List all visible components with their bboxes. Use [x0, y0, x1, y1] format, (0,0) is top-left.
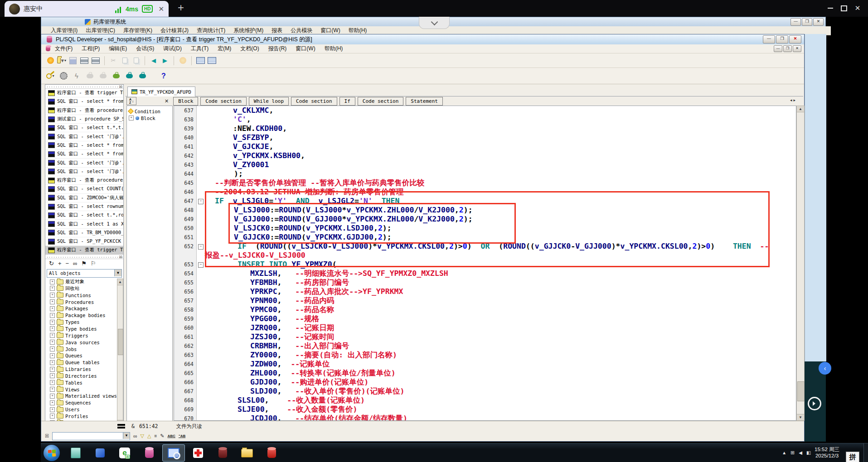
- table-icon[interactable]: [196, 56, 205, 65]
- floating-control-icon[interactable]: [808, 397, 821, 410]
- pot-gray-1[interactable]: [85, 72, 94, 81]
- expand-icon[interactable]: +: [50, 306, 55, 311]
- expand-icon[interactable]: +: [50, 394, 55, 399]
- tree-item[interactable]: +Package bodies: [45, 312, 123, 319]
- window-list-item[interactable]: SQL 窗口 - SP_YF_PCKCCK sele: [45, 237, 123, 246]
- code-line[interactable]: 655YFBMBH, --药房部门编号: [174, 278, 796, 287]
- export-icon[interactable]: [178, 56, 187, 65]
- host-minimize-icon[interactable]: —: [790, 18, 801, 26]
- tree-item[interactable]: +Jobs: [45, 346, 123, 352]
- plsql-menu-item[interactable]: 会话(S): [131, 45, 159, 53]
- expand-icon[interactable]: +: [50, 380, 55, 385]
- plsql-menu-item[interactable]: 工具(T): [186, 45, 213, 53]
- code-line[interactable]: 638'C',: [174, 115, 796, 124]
- help_label[interactable]: ?: [159, 72, 168, 81]
- expand-icon[interactable]: +: [129, 116, 134, 120]
- host-menu-item[interactable]: 出库管理(C): [82, 27, 119, 34]
- expand-icon[interactable]: +: [50, 313, 55, 318]
- host-menu-item[interactable]: 查询统计(T): [193, 27, 229, 34]
- hd-quality-badge[interactable]: HD: [142, 5, 153, 13]
- tree-item[interactable]: +Materialized views: [45, 393, 123, 399]
- code-line[interactable]: 651V_GJJCK0:=ROUND(v_YPCKMX.GJDJ00,2);: [174, 233, 796, 242]
- code-line[interactable]: 644);: [174, 169, 796, 178]
- code-line[interactable]: 658YPMC00, --药品名称: [174, 305, 796, 314]
- window-list-item[interactable]: 程序窗口 - 查看 procedure SF: [45, 176, 123, 185]
- code-line[interactable]: 663ZY0000, --摘要(自动: 出入部门名称): [174, 351, 796, 360]
- scrollbar-thumb[interactable]: [118, 329, 123, 355]
- fold-collapse-icon[interactable]: −: [198, 244, 204, 250]
- plsql-menu-item[interactable]: 编辑(E): [104, 45, 131, 53]
- breadcrumb-node[interactable]: While loop: [249, 97, 289, 106]
- plsql-menu-item[interactable]: 调试(D): [159, 45, 186, 53]
- flag-icon[interactable]: ⚐: [91, 260, 96, 267]
- ime-indicator[interactable]: 拼: [846, 452, 859, 462]
- tray-up-arrow-icon[interactable]: ▲: [782, 450, 786, 455]
- expand-icon[interactable]: +: [50, 367, 55, 372]
- window-list-item[interactable]: 程序窗口 - 查看 trigger TR_: [45, 246, 123, 255]
- window-list-item[interactable]: SQL 窗口 - select '门诊',(se: [45, 132, 123, 141]
- host-menu-item[interactable]: 报表: [267, 27, 286, 34]
- window-list-item[interactable]: SQL 窗口 - select '门诊',(se: [45, 159, 123, 167]
- expand-icon[interactable]: +: [50, 293, 55, 298]
- find-input[interactable]: ▼: [52, 432, 130, 440]
- tree-item[interactable]: +Libraries: [45, 366, 123, 373]
- taskbar-app-folder-app[interactable]: [236, 444, 258, 462]
- code-line[interactable]: 665ZHL000, --转换率(记账单位/剂量单位): [174, 369, 796, 378]
- expand-icon[interactable]: +: [50, 346, 55, 351]
- tree-item[interactable]: +Tables: [45, 379, 123, 386]
- expand-icon[interactable]: +: [50, 353, 55, 358]
- plsql-menu-item[interactable]: 报告(R): [264, 45, 291, 53]
- pot-teal-rollback[interactable]: [138, 72, 147, 81]
- host-menu-item[interactable]: 库存管理(K): [119, 27, 156, 34]
- expand-icon[interactable]: +: [50, 279, 55, 284]
- tree-item[interactable]: +Queue tables: [45, 359, 123, 366]
- expand-icon[interactable]: +: [50, 340, 55, 345]
- tree-item[interactable]: +Views: [45, 386, 123, 393]
- code-line[interactable]: 666GJDJ00, --购进单价(记账单位): [174, 378, 796, 387]
- find-object-icon[interactable]: ∞: [73, 260, 77, 267]
- close-find-icon[interactable]: ☒: [45, 433, 49, 438]
- code-line[interactable]: 657YPNM00, --药品内码: [174, 296, 796, 305]
- code-line[interactable]: 654MXZLSH, --明细账流水号-->SQ_YF_YPMXZ0_MXZLS…: [174, 269, 796, 278]
- code-line[interactable]: 639:NEW.CKDH00,: [174, 124, 796, 133]
- expand-icon[interactable]: +: [50, 286, 55, 291]
- structure-item-condition[interactable]: Condition: [127, 108, 172, 115]
- mdi-restore-icon[interactable]: ❒: [783, 45, 792, 52]
- pot-teal-commit[interactable]: [125, 72, 134, 81]
- code-line[interactable]: 650V_LSJCK0:=ROUND(v_YPCKMX.LSDJ00,2);: [174, 224, 796, 233]
- start-button[interactable]: [44, 445, 60, 461]
- editor-tab[interactable]: TR_YF_YPCKD0_AFUPD: [127, 87, 195, 96]
- scroll-up-icon[interactable]: ▲: [117, 279, 123, 285]
- fold-collapse-icon[interactable]: −: [198, 199, 204, 204]
- taskbar-app-browser-app[interactable]: eAI: [113, 444, 136, 462]
- plsql-menu-item[interactable]: 窗口(W): [291, 45, 320, 53]
- window-list-item[interactable]: SQL 窗口 - ZDMCOO='病人账户: [45, 194, 123, 202]
- tab-close-icon[interactable]: ✕: [158, 5, 164, 13]
- window-list-item[interactable]: SQL 窗口 - select t.*,rowid: [45, 211, 123, 220]
- scroll-down-icon[interactable]: ▼: [797, 414, 804, 420]
- code-line[interactable]: 640V_SFZBYP,: [174, 133, 796, 142]
- code-line[interactable]: 653−INSERT INTO YF_YPMXZ0(: [174, 260, 796, 269]
- remote-session-tab[interactable]: 惠安中 4ms HD ✕: [5, 1, 169, 17]
- new-tab-button[interactable]: +: [178, 2, 184, 13]
- window-list-item[interactable]: 测试窗口 - procedure SP_SST_: [45, 115, 123, 124]
- expand-icon[interactable]: +: [50, 299, 55, 304]
- code-line[interactable]: 664JZDW00, --记账单位: [174, 360, 796, 369]
- code-line[interactable]: 670JCDJ00, --结存单价(结存金额/结存数量): [174, 414, 796, 421]
- tree-scrollbar[interactable]: ▲ ▼: [117, 279, 123, 427]
- compile-gear-icon[interactable]: [59, 72, 68, 81]
- tree-item[interactable]: +Procedures: [45, 298, 123, 305]
- window-list-item[interactable]: SQL 窗口 - select 1 as XZ000: [45, 220, 123, 228]
- mdi-close-icon[interactable]: ✕: [793, 45, 801, 52]
- pot-gray-2[interactable]: [98, 72, 107, 81]
- close-icon[interactable]: ✕: [852, 4, 863, 13]
- host-menu-item[interactable]: 系统维护(M): [229, 27, 267, 34]
- window-list-item[interactable]: 程序窗口 - 查看 procedure SF: [45, 106, 123, 115]
- plsql-restore-icon[interactable]: ❒: [776, 35, 788, 43]
- tree-item[interactable]: +Packages: [45, 305, 123, 312]
- window-list-item[interactable]: SQL 窗口 - select rownum,姓: [45, 202, 123, 211]
- code-line[interactable]: 659YPGG00, --规格: [174, 314, 796, 323]
- tree-item[interactable]: +Types: [45, 319, 123, 326]
- panel-close-icon[interactable]: ☒: [119, 85, 122, 89]
- find-prev-icon[interactable]: △: [147, 433, 151, 439]
